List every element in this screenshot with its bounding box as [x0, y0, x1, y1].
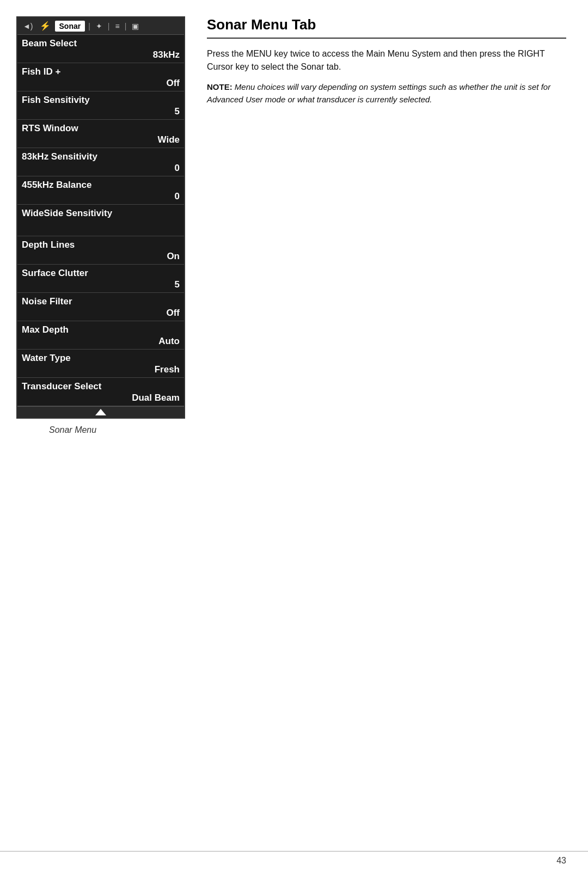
- menu-item-label: Fish Sensitivity: [22, 95, 180, 106]
- page-footer: 43: [0, 851, 588, 866]
- menu-item-label: Water Type: [22, 353, 180, 364]
- menu-item-label: Fish ID +: [22, 66, 180, 77]
- menu-item[interactable]: Transducer SelectDual Beam: [17, 378, 184, 406]
- tab-bar: ◄) ⚡ Sonar | ✦ | ≡ | ▣: [17, 17, 184, 35]
- menu-item-value: Off: [166, 78, 180, 89]
- tab-sep3: |: [125, 22, 127, 30]
- menu-item-value: Dual Beam: [132, 393, 180, 403]
- menu-item[interactable]: Fish Sensitivity5: [17, 91, 184, 120]
- menu-item-label: Noise Filter: [22, 296, 180, 307]
- lines-icon: ≡: [113, 21, 121, 32]
- menu-item-value: 5: [175, 279, 180, 290]
- right-panel: Sonar Menu Tab Press the MENU key twice …: [207, 16, 566, 435]
- menu-item[interactable]: Fish ID +Off: [17, 63, 184, 91]
- menu-item[interactable]: Noise FilterOff: [17, 293, 184, 321]
- note-prefix: NOTE:: [207, 82, 232, 91]
- sonar-tab[interactable]: Sonar: [55, 21, 85, 32]
- page-number: 43: [556, 856, 566, 865]
- page-title: Sonar Menu Tab: [207, 16, 566, 39]
- arrow-up-icon: [95, 409, 106, 415]
- menu-item[interactable]: Water TypeFresh: [17, 350, 184, 378]
- menu-item-label: WideSide Sensitivity: [22, 208, 180, 219]
- note-text: NOTE: Menu choices will vary depending o…: [207, 81, 566, 106]
- speaker-icon: ◄): [21, 21, 35, 32]
- menu-item-label: RTS Window: [22, 123, 180, 134]
- device-screen: ◄) ⚡ Sonar | ✦ | ≡ | ▣ Beam Select83kHzF…: [16, 16, 185, 419]
- menu-item-label: Transducer Select: [22, 381, 180, 392]
- left-panel: ◄) ⚡ Sonar | ✦ | ≡ | ▣ Beam Select83kHzF…: [16, 16, 191, 435]
- menu-item[interactable]: 455kHz Balance0: [17, 176, 184, 205]
- menu-item-value: 5: [175, 106, 180, 117]
- menu-item-label: Max Depth: [22, 324, 180, 335]
- menu-item-value: 0: [175, 191, 180, 202]
- menu-item[interactable]: Surface Clutter5: [17, 265, 184, 293]
- menu-item[interactable]: 83kHz Sensitivity0: [17, 148, 184, 176]
- gear-icon: ✦: [94, 21, 105, 32]
- sonar-icon: ⚡: [38, 20, 53, 32]
- device-caption: Sonar Menu: [16, 425, 191, 435]
- menu-item-value: Wide: [158, 134, 180, 145]
- menu-item-value: 0: [175, 163, 180, 174]
- description-text: Press the MENU key twice to access the M…: [207, 47, 566, 74]
- menu-item-value: Off: [166, 308, 180, 318]
- menu-item-label: Depth Lines: [22, 240, 180, 250]
- scroll-arrow[interactable]: [17, 406, 184, 418]
- menu-item[interactable]: WideSide Sensitivity: [17, 205, 184, 236]
- menu-item-value: Auto: [158, 336, 180, 347]
- menu-list: Beam Select83kHzFish ID +OffFish Sensiti…: [17, 35, 184, 406]
- menu-item[interactable]: Depth LinesOn: [17, 236, 184, 265]
- menu-item-label: Beam Select: [22, 38, 180, 49]
- menu-item-value: On: [167, 251, 180, 262]
- tab-sep2: |: [108, 22, 110, 30]
- menu-item[interactable]: Max DepthAuto: [17, 321, 184, 350]
- menu-item-value: Fresh: [155, 364, 180, 375]
- menu-item-label: Surface Clutter: [22, 268, 180, 279]
- menu-item-label: 83kHz Sensitivity: [22, 151, 180, 162]
- box-icon: ▣: [130, 21, 141, 32]
- menu-item[interactable]: Beam Select83kHz: [17, 35, 184, 63]
- menu-item-label: 455kHz Balance: [22, 180, 180, 191]
- menu-item[interactable]: RTS WindowWide: [17, 120, 184, 148]
- tab-sep1: |: [88, 22, 90, 30]
- menu-item-value: 83kHz: [153, 50, 180, 60]
- note-body: Menu choices will vary depending on syst…: [207, 82, 550, 104]
